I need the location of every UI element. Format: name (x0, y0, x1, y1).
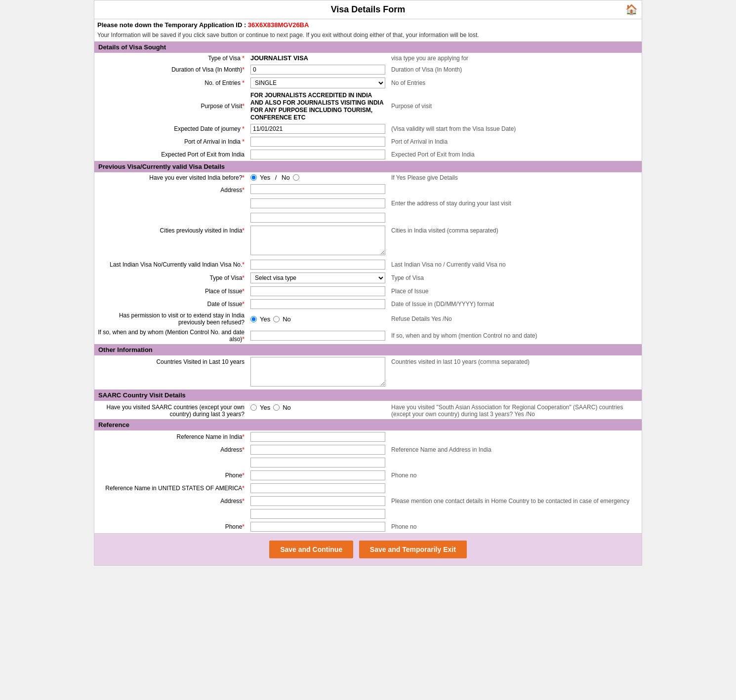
port-arrival-input[interactable] (250, 137, 385, 147)
visited-yes-radio[interactable] (250, 174, 257, 181)
ref-phone-usa-input[interactable] (250, 522, 385, 532)
section-other-info: Other Information (94, 344, 642, 355)
table-row: Reference Name in UNITED STATES OF AMERI… (94, 482, 642, 495)
page-title: Visa Details Form 🏠 (94, 0, 642, 19)
table-row: No. of Entries * SINGLE DOUBLE MULTIPLE … (94, 76, 642, 90)
port-exit-input[interactable] (250, 150, 385, 159)
table-row: Last Indian Visa No/Currently valid Indi… (94, 258, 642, 271)
table-row: Expected Date of journey * (Visa validit… (94, 122, 642, 135)
table-row: Reference Name in India* Reference Name … (94, 430, 642, 443)
place-issue-input[interactable] (250, 286, 385, 296)
no-entries-select[interactable]: SINGLE DOUBLE MULTIPLE (250, 78, 385, 88)
duration-input[interactable] (250, 65, 385, 75)
ref-phone-india-input[interactable] (250, 470, 385, 480)
save-continue-button[interactable]: Save and Continue (269, 541, 353, 558)
table-row: If so, when and by whom (Mention Control… (94, 327, 642, 344)
table-row: Have you ever visited India before?* Yes… (94, 172, 642, 183)
address-input-1[interactable] (250, 184, 385, 194)
permission-radio-group: Yes No (250, 315, 385, 323)
section-saarc: SAARC Country Visit Details (94, 389, 642, 401)
table-row: Date of Issue* Date of Issue in (DD/MM/Y… (94, 298, 642, 311)
permission-yes-radio[interactable] (250, 316, 257, 322)
ref-name-usa-input[interactable] (250, 483, 385, 493)
table-row: Expected Port of Exit from India Expecte… (94, 148, 642, 161)
last-visa-input[interactable] (250, 260, 385, 270)
cities-textarea[interactable] (250, 226, 385, 255)
section-details-visa: Details of Visa Sought (94, 41, 642, 53)
type-of-visa-select[interactable]: Select visa type TOURIST BUSINESS STUDEN… (250, 272, 385, 283)
saarc-no-radio[interactable] (273, 404, 280, 411)
section-reference: Reference (94, 419, 642, 430)
table-row: Port of Arrival in India * Port of Arriv… (94, 135, 642, 148)
countries-visited-textarea[interactable] (250, 357, 385, 387)
table-row: Cities previously visited in India* Citi… (94, 224, 642, 258)
address-input-2[interactable] (250, 198, 385, 208)
save-exit-button[interactable]: Save and Temporarily Exit (359, 541, 467, 558)
app-id-line: Please note down the Temporary Applicati… (94, 19, 642, 31)
table-row: Have you visited SAARC countries (except… (94, 401, 642, 419)
table-row: Type of Visa* Select visa type TOURIST B… (94, 271, 642, 285)
ref-address-usa-2[interactable] (250, 509, 385, 519)
table-row: Type of Visa * JOURNALIST VISA visa type… (94, 53, 642, 63)
table-row: Has permission to visit or to extend sta… (94, 311, 642, 327)
permission-no-radio[interactable] (273, 316, 280, 322)
ref-name-india-input[interactable] (250, 432, 385, 442)
address-input-3[interactable] (250, 213, 385, 223)
date-issue-input[interactable] (250, 299, 385, 309)
section-previous-visa: Previous Visa/Currently valid Visa Detai… (94, 161, 642, 172)
footer-buttons: Save and Continue Save and Temporarily E… (94, 533, 642, 565)
ref-address-india-1[interactable] (250, 445, 385, 455)
table-row: Duration of Visa (In Month)* Duration of… (94, 63, 642, 76)
saarc-yes-radio[interactable] (250, 404, 257, 411)
table-row: Phone* Phone no (94, 469, 642, 482)
table-row: Place of Issue* Place of Issue (94, 285, 642, 298)
saarc-radio-group: Yes No (250, 404, 385, 411)
table-row: Countries Visited in Last 10 years Count… (94, 355, 642, 389)
ref-address-india-2[interactable] (250, 458, 385, 467)
home-icon[interactable]: 🏠 (625, 3, 638, 15)
visited-no-radio[interactable] (293, 174, 299, 181)
expected-date-input[interactable] (250, 124, 385, 134)
info-line: Your Information will be saved if you cl… (94, 31, 642, 41)
table-row: Address* Enter the address of stay durin… (94, 183, 642, 197)
if-so-input[interactable] (250, 331, 385, 341)
table-row: Phone* Phone no (94, 520, 642, 533)
visited-before-radio-group: Yes / No (250, 174, 385, 181)
table-row: Purpose of Visit* FOR JOURNALISTS ACCRED… (94, 90, 642, 122)
ref-address-usa-1[interactable] (250, 496, 385, 506)
